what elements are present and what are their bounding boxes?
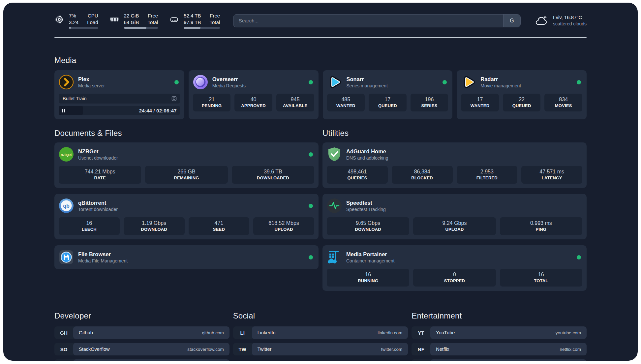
speedtest-icon — [327, 198, 342, 213]
app-subtitle: Torrent downloader — [78, 206, 118, 213]
pause-icon[interactable] — [62, 109, 65, 112]
disk-icon — [169, 15, 179, 24]
bookmark-youtube[interactable]: YT YouTube youtube.com — [412, 326, 587, 339]
sonarr-icon — [327, 75, 342, 90]
app-subtitle: Media server — [78, 83, 105, 89]
stat-tile: 22QUEUED — [503, 94, 541, 111]
disk-free-label: Free — [209, 13, 220, 19]
app-name: Media Portainer — [346, 251, 394, 258]
status-dot — [309, 152, 313, 157]
disk-free-value: 52.4 TB — [184, 13, 201, 19]
app-name: Overseerr — [212, 76, 246, 83]
ram-free-value: 22 GiB — [124, 13, 139, 19]
bookmark-name: LinkedIn — [258, 330, 276, 335]
bookmark-name: Twitter — [258, 347, 272, 352]
bookmark-abbr: YT — [412, 326, 430, 339]
bookmark-url: linkedin.com — [378, 330, 402, 335]
search-engine-button[interactable]: G — [503, 15, 520, 27]
app-card-radarr[interactable]: Radarr Movie management 17WANTED 22QUEUE… — [457, 70, 587, 119]
stat-tile: 945AVAILABLE — [276, 94, 314, 111]
bookmark-url: twitter.com — [381, 347, 403, 352]
app-card-plex[interactable]: Plex Media server Bullet Train 24:44 / 0… — [54, 70, 184, 119]
stat-tile: 618.52 MbpsUPLOAD — [253, 217, 314, 235]
bookmark-dev[interactable]: DT DEV dev.to — [54, 359, 229, 361]
app-subtitle: Container management — [346, 258, 394, 264]
adguard-icon — [327, 147, 342, 162]
app-card-nzbget[interactable]: nzbget NZBGet Usenet downloader 744.21 M… — [54, 142, 319, 188]
bookmark-url: netflix.com — [560, 347, 581, 352]
overseerr-icon — [193, 75, 208, 90]
cloud-icon — [534, 15, 548, 26]
bookmark-url: youtube.com — [556, 330, 581, 335]
bookmark-netflix[interactable]: NF Netflix netflix.com — [412, 343, 587, 355]
weather-location-temp: Lviv, 16.87°C — [553, 14, 587, 21]
section-title-developer: Developer — [54, 311, 229, 320]
system-stats: 7% 3.24 CPU Load — [54, 13, 220, 29]
bookmark-twitter[interactable]: TW Twitter twitter.com — [233, 343, 408, 355]
portainer-icon — [327, 250, 342, 265]
bookmark-abbr: RE — [412, 359, 430, 361]
plex-icon — [59, 75, 74, 90]
stat-tile: 0STOPPED — [413, 269, 496, 287]
app-card-filebrowser[interactable]: File Browser Media File Management — [54, 245, 319, 269]
weather-condition: scattered clouds — [553, 21, 587, 27]
app-card-speedtest[interactable]: Speedtest Speedtest Tracking 9.65 GbpsDO… — [322, 194, 587, 239]
app-card-portainer[interactable]: Media Portainer Container management 16R… — [322, 245, 587, 291]
app-subtitle: Media Requests — [212, 83, 246, 89]
app-name: Radarr — [480, 76, 521, 83]
stat-tile: 40APPROVED — [234, 94, 272, 111]
bookmark-linkedin[interactable]: LI LinkedIn linkedin.com — [233, 326, 408, 339]
stat-tile: 744.21 MbpsRATE — [59, 166, 141, 184]
svg-text:nzbget: nzbget — [61, 153, 72, 157]
stat-tile: 47.571 msLATENCY — [521, 166, 582, 184]
disk-total-value: 97.9 TB — [184, 19, 201, 26]
bookmark-reddit[interactable]: RE Reddit reddit.com — [412, 359, 587, 361]
stat-tile: 471SEED — [189, 217, 250, 235]
bookmark-name: StackOverflow — [79, 347, 109, 352]
bookmark-abbr: DT — [54, 359, 73, 361]
playback-time: 24:44 / 02:06:47 — [139, 108, 180, 113]
section-title-social: Social — [233, 311, 408, 320]
stat-tile: 834MOVIES — [544, 94, 582, 111]
ram-icon — [109, 15, 119, 24]
dashboard-panel: 7% 3.24 CPU Load — [3, 3, 638, 361]
bookmark-stackoverflow[interactable]: SO StackOverflow stackoverflow.com — [54, 343, 229, 355]
nzbget-icon: nzbget — [59, 147, 74, 162]
app-subtitle: Speedtest Tracking — [346, 206, 386, 213]
ram-total-value: 64 GiB — [124, 19, 139, 26]
cpu-load-label: Load — [87, 19, 98, 26]
section-title-utilities: Utilities — [322, 129, 587, 138]
qbittorrent-icon: qb — [59, 198, 74, 213]
filebrowser-icon — [59, 250, 74, 265]
section-title-documents: Documents & Files — [54, 129, 319, 138]
disk-progress-bar — [184, 27, 220, 29]
cpu-usage-label: CPU — [87, 13, 98, 19]
stat-tile: 498,461QUERIES — [327, 166, 388, 184]
bookmark-abbr: NF — [412, 343, 430, 355]
session-camera-icon[interactable] — [171, 96, 177, 101]
app-subtitle: Media File Management — [78, 258, 128, 264]
status-dot — [577, 255, 581, 259]
bookmark-abbr: SO — [54, 343, 73, 355]
search-bar[interactable]: G — [233, 14, 521, 27]
now-playing-title: Bullet Train — [63, 96, 87, 101]
cpu-icon — [54, 15, 64, 24]
svg-text:qb: qb — [63, 203, 70, 209]
search-input[interactable] — [233, 15, 503, 27]
stat-tile: 16TOTAL — [500, 269, 582, 287]
stat-tile: 9.65 GbpsDOWNLOAD — [327, 217, 409, 235]
ram-total-label: Total — [147, 19, 158, 26]
app-card-adguard[interactable]: AdGuard Home DNS and adblocking 498,461Q… — [322, 142, 587, 188]
app-card-overseerr[interactable]: Overseerr Media Requests 21PENDING 40APP… — [189, 70, 319, 119]
app-card-sonarr[interactable]: Sonarr Series management 485WANTED 17QUE… — [323, 70, 453, 119]
weather-widget: Lviv, 16.87°C scattered clouds — [534, 14, 587, 27]
disk-widget: 52.4 TB 97.9 TB Free Total — [169, 13, 220, 29]
app-card-qbittorrent[interactable]: qb qBittorrent Torrent downloader 16LEEC… — [54, 194, 319, 239]
bookmark-github[interactable]: GH Github github.com — [54, 326, 229, 339]
bookmark-name: YouTube — [436, 330, 455, 335]
stat-tile: 16LEECH — [59, 217, 120, 235]
ram-free-label: Free — [147, 13, 158, 19]
ram-progress-bar — [124, 27, 158, 29]
stat-tile: 39.6 TBDOWNLOADED — [232, 166, 314, 184]
section-title-entertainment: Entertainment — [412, 311, 587, 320]
